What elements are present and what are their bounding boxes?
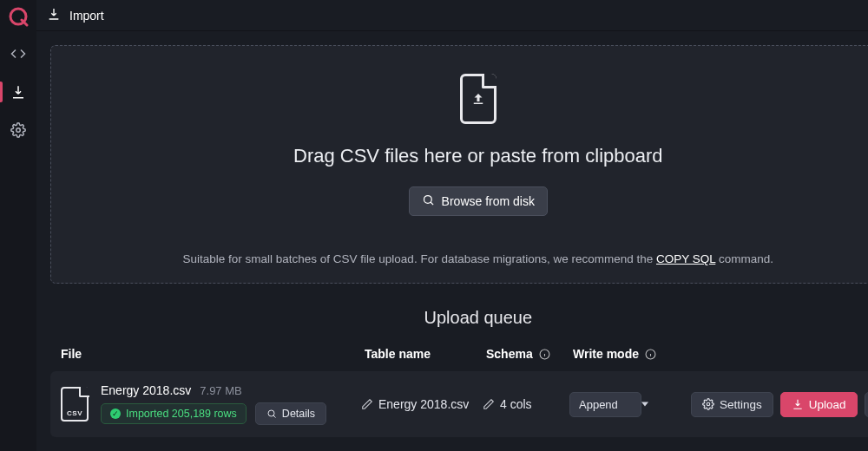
col-header-file: File	[61, 347, 365, 361]
file-upload-icon	[460, 74, 496, 124]
sidebar	[0, 0, 36, 451]
csv-file-icon: CSV	[61, 387, 89, 422]
svg-point-6	[707, 402, 710, 406]
details-button[interactable]: Details	[255, 402, 326, 425]
import-status-badge: ✓ Imported 205,189 rows	[101, 403, 247, 424]
svg-point-2	[424, 196, 431, 204]
edit-icon	[483, 398, 495, 410]
browse-button-label: Browse from disk	[442, 194, 535, 208]
table-name-cell[interactable]: Energy 2018.csv	[361, 397, 483, 411]
info-icon[interactable]	[645, 349, 656, 360]
copy-sql-link[interactable]: COPY SQL	[656, 252, 715, 265]
edit-icon	[361, 398, 373, 410]
upload-icon	[792, 398, 804, 410]
col-header-schema: Schema	[486, 347, 573, 361]
app-logo	[7, 5, 30, 28]
col-header-write-mode: Write mode	[573, 347, 677, 361]
check-icon: ✓	[110, 409, 121, 419]
queue-row: CSV Energy 2018.csv 7.97 MB ✓ Imported 2…	[50, 371, 868, 437]
info-icon[interactable]	[539, 349, 550, 360]
col-header-table: Table name	[365, 347, 486, 361]
import-icon	[47, 7, 61, 23]
dropzone-hint: Suitable for small batches of CSV file u…	[182, 252, 773, 265]
svg-point-5	[268, 410, 274, 416]
browse-from-disk-button[interactable]: Browse from disk	[409, 186, 548, 216]
schema-cell[interactable]: 4 cols	[483, 397, 569, 411]
write-mode-select[interactable]: Append	[569, 392, 641, 417]
upload-button[interactable]: Upload	[780, 392, 858, 417]
file-name: Energy 2018.csv	[101, 383, 191, 397]
upload-queue-heading: Upload queue	[50, 308, 868, 328]
sidebar-item-settings[interactable]	[0, 114, 36, 146]
search-icon	[422, 193, 435, 209]
sidebar-item-import[interactable]	[0, 76, 36, 108]
dropzone[interactable]: Drag CSV files here or paste from clipbo…	[50, 45, 868, 284]
search-icon	[266, 409, 277, 419]
queue-header-row: File Table name Schema Write mode	[50, 347, 868, 371]
settings-button[interactable]: Settings	[691, 392, 773, 417]
remove-row-button[interactable]	[865, 392, 868, 417]
gear-icon	[702, 398, 714, 410]
topbar: Import	[36, 0, 868, 31]
page-title: Import	[69, 9, 104, 23]
svg-point-1	[16, 128, 21, 133]
dropzone-title: Drag CSV files here or paste from clipbo…	[293, 145, 663, 167]
sidebar-item-code[interactable]	[0, 38, 36, 69]
file-size: 7.97 MB	[200, 384, 241, 397]
